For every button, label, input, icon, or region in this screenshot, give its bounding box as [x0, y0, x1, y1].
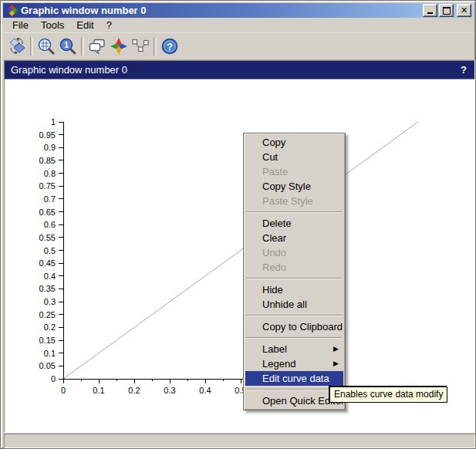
svg-text:0.4: 0.4 [44, 272, 56, 281]
toolbar-separator [30, 37, 33, 56]
dialogs-button[interactable] [86, 35, 108, 57]
curve-curve[interactable] [63, 122, 418, 379]
menu-separator [246, 278, 343, 279]
menubar-item-edit[interactable]: Edit [70, 19, 100, 32]
svg-text:0.1: 0.1 [44, 349, 56, 358]
rotate-button[interactable] [6, 35, 28, 57]
rotate-icon [8, 37, 26, 56]
svg-text:0.55: 0.55 [39, 233, 56, 242]
menu-item-paste: Paste [245, 164, 343, 179]
menu-bar: FileToolsEdit? [3, 18, 473, 33]
window-title: Graphic window number 0 [21, 5, 423, 16]
close-button[interactable]: ✕ [457, 4, 471, 17]
menubar-item-file[interactable]: File [6, 19, 35, 32]
svg-text:0.95: 0.95 [39, 130, 56, 140]
color-editor-button[interactable] [108, 35, 130, 57]
menu-item-hide[interactable]: Hide [245, 282, 343, 297]
context-menu: CopyCutPasteCopy StylePaste StyleDeleteC… [243, 133, 346, 410]
menu-item-label: Redo [262, 262, 286, 273]
header-help-icon[interactable]: ? [461, 64, 468, 76]
plot-canvas[interactable]: 00.050.10.150.20.250.30.350.40.450.50.55… [5, 79, 474, 430]
svg-text:0.3: 0.3 [44, 297, 56, 306]
menu-item-copy-style[interactable]: Copy Style [245, 179, 343, 194]
svg-text:?: ? [167, 41, 173, 52]
graphic-header: Graphic window number 0 ? [5, 61, 474, 79]
menu-item-label: Delete [262, 218, 292, 229]
menu-separator [246, 315, 343, 316]
menu-separator [246, 337, 343, 339]
svg-text:0.7: 0.7 [44, 194, 56, 204]
svg-text:0.85: 0.85 [39, 156, 56, 165]
menu-item-label: Copy Style [262, 181, 311, 192]
svg-text:0.65: 0.65 [39, 208, 56, 217]
status-bar [4, 434, 475, 448]
help-button[interactable]: ? [159, 35, 181, 57]
svg-text:0: 0 [51, 374, 56, 383]
menu-item-label: Copy [262, 137, 285, 148]
svg-text:0.75: 0.75 [39, 181, 56, 191]
svg-text:0.45: 0.45 [39, 258, 56, 268]
svg-text:0.3: 0.3 [164, 386, 175, 395]
svg-text:1: 1 [51, 117, 56, 127]
menu-item-copy[interactable]: Copy [245, 135, 343, 150]
content-frame: Graphic window number 0 ? 00.050.10.150.… [4, 60, 475, 433]
zoom-one-button[interactable]: 1 [57, 35, 79, 57]
svg-text:0.4: 0.4 [199, 386, 211, 395]
minimize-icon [427, 12, 433, 14]
svg-text:0.05: 0.05 [39, 361, 56, 370]
menu-item-copy-to-clipboard[interactable]: Copy to Clipboard [245, 319, 343, 334]
submenu-arrow-icon: ▶ [333, 342, 339, 356]
svg-text:0.1: 0.1 [93, 386, 104, 395]
title-bar: Graphic window number 0 ✕ [3, 3, 473, 18]
menu-item-label: Clear [262, 232, 286, 244]
svg-text:0.35: 0.35 [39, 284, 56, 293]
menu-separator [246, 211, 343, 213]
datatips-button[interactable] [130, 35, 151, 57]
menu-item-label[interactable]: Label▶ [245, 342, 343, 356]
svg-text:0.2: 0.2 [128, 386, 140, 395]
svg-text:0.9: 0.9 [44, 143, 56, 152]
menu-item-label: Cut [262, 151, 278, 163]
menu-item-cut[interactable]: Cut [245, 150, 343, 164]
graphic-header-title: Graphic window number 0 [11, 64, 461, 76]
menu-item-label: Legend [262, 358, 295, 370]
menu-item-legend[interactable]: Legend▶ [245, 356, 343, 371]
help-icon: ? [160, 37, 179, 56]
datatips-icon [131, 37, 150, 56]
menu-item-label: Undo [262, 247, 286, 258]
svg-text:0.25: 0.25 [39, 310, 56, 319]
menubar-item-tools[interactable]: Tools [35, 19, 70, 32]
color-editor-icon [110, 37, 128, 56]
zoom-one-icon: 1 [59, 37, 77, 56]
menubar-item-[interactable]: ? [100, 19, 118, 32]
menu-item-label: Copy to Clipboard [262, 321, 343, 333]
dialogs-icon [88, 37, 106, 56]
menu-item-label: Label [262, 343, 287, 355]
toolbar: 1 [3, 33, 473, 60]
svg-text:0.2: 0.2 [44, 322, 56, 332]
menu-item-label: Hide [262, 284, 283, 295]
close-icon: ✕ [461, 6, 468, 15]
maximize-button[interactable] [439, 4, 454, 17]
menu-item-clear[interactable]: Clear [245, 231, 343, 245]
zoom-area-button[interactable] [35, 35, 57, 57]
graphic-window: Graphic window number 0 ✕ FileToolsEdit? [0, 0, 476, 449]
maximize-icon [443, 7, 451, 15]
menu-item-unhide-all[interactable]: Unhide all [245, 297, 343, 312]
menu-item-label: Paste [262, 166, 288, 177]
svg-text:0.6: 0.6 [44, 220, 56, 229]
zoom-area-icon [37, 37, 56, 56]
menu-item-edit-curve-data[interactable]: Edit curve data [245, 371, 343, 386]
minimize-button[interactable] [423, 4, 437, 17]
menu-separator [246, 389, 343, 390]
menu-item-delete[interactable]: Delete [245, 216, 343, 231]
menu-item-label: Unhide all [262, 299, 307, 310]
menu-item-open-quick-editor[interactable]: Open Quick Editor [245, 393, 343, 408]
toolbar-separator [81, 37, 84, 56]
chart: 00.050.10.150.20.250.30.350.40.450.50.55… [5, 79, 471, 430]
svg-text:1: 1 [64, 41, 69, 49]
svg-text:0.15: 0.15 [39, 336, 56, 345]
svg-text:0.8: 0.8 [44, 169, 56, 178]
app-icon [6, 5, 18, 16]
toolbar-separator [154, 37, 157, 56]
